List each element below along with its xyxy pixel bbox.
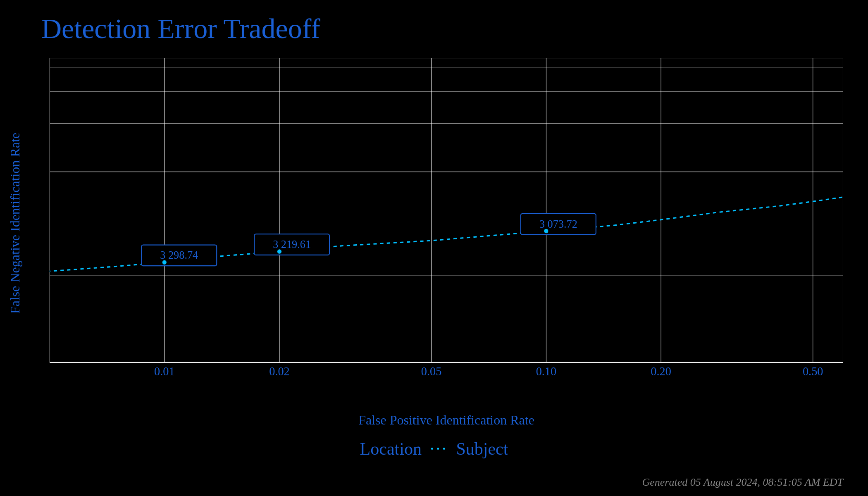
svg-text:0.50: 0.50 <box>803 365 823 378</box>
y-axis-label: False Negative Identification Rate <box>7 58 23 389</box>
page-container: Detection Error Tradeoff False Negative … <box>0 0 868 496</box>
svg-text:3 219.61: 3 219.61 <box>273 238 311 251</box>
generated-timestamp: Generated 05 August 2024, 08:51:05 AM ED… <box>642 476 844 489</box>
chart-title: Detection Error Tradeoff <box>41 12 320 45</box>
svg-point-28 <box>277 249 281 254</box>
svg-point-31 <box>544 229 548 234</box>
legend-dots: ··· <box>430 439 448 459</box>
svg-text:0.10: 0.10 <box>536 365 556 378</box>
svg-text:0.20: 0.20 <box>651 365 671 378</box>
svg-text:0.05: 0.05 <box>421 365 441 378</box>
svg-text:3 298.74: 3 298.74 <box>160 249 198 262</box>
svg-text:0.02: 0.02 <box>269 365 289 378</box>
svg-text:3 073.72: 3 073.72 <box>539 217 577 230</box>
legend-area: Location ··· Subject <box>0 439 868 459</box>
legend-subject-label: Subject <box>456 439 508 459</box>
chart-svg: 0.9 0.7 0.5 0.3 0.1 0.01 0.02 0.05 0.10 … <box>50 58 843 389</box>
legend-location-label: Location <box>360 439 422 459</box>
svg-text:0.01: 0.01 <box>154 365 174 378</box>
chart-area: 0.9 0.7 0.5 0.3 0.1 0.01 0.02 0.05 0.10 … <box>50 58 843 389</box>
svg-rect-0 <box>50 58 843 362</box>
x-axis-label: False Positive Identification Rate <box>50 413 843 428</box>
svg-point-25 <box>162 260 167 265</box>
